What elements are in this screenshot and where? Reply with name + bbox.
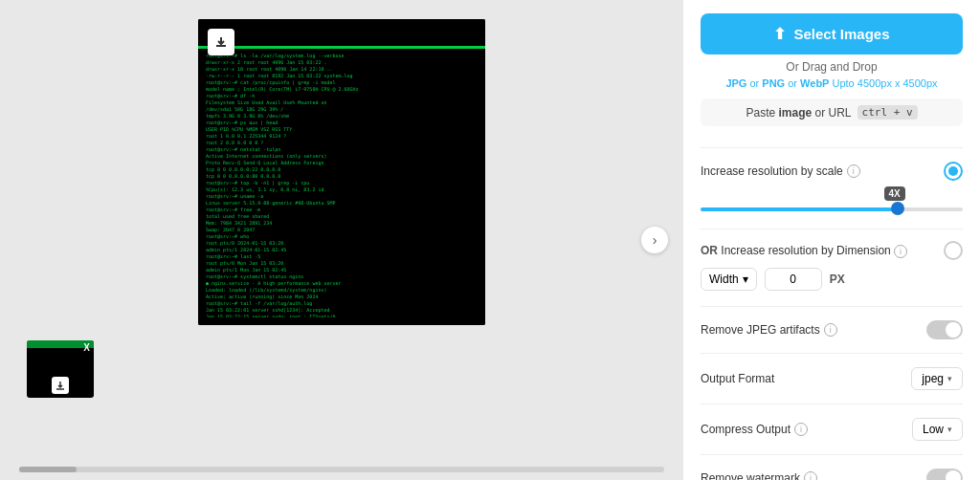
terminal-line: root@srv:~# systemctl status nginx <box>206 273 478 280</box>
terminal-image: root@srv:~# ls -la /var/log/system.log -… <box>198 19 485 325</box>
terminal-line: root@srv:~# ls -la /var/log/system.log -… <box>206 53 478 59</box>
compress-output-info-icon[interactable]: i <box>794 423 808 436</box>
remove-watermark-toggle[interactable] <box>926 469 963 480</box>
thumbnail-item[interactable]: X <box>27 340 94 398</box>
terminal-line: root@srv:~# uname -a <box>206 193 478 200</box>
terminal-line: Loaded: loaded (/lib/systemd/system/ngin… <box>206 287 478 294</box>
drag-drop-text: Or Drag and Drop <box>701 60 963 74</box>
terminal-line: Active: active (running) since Mon 2024 <box>206 294 478 300</box>
terminal-line: drwxr-xr-x 2 root root 4096 Jan 15 03:22… <box>206 59 478 66</box>
remove-jpeg-row: Remove JPEG artifacts i <box>701 315 963 345</box>
terminal-line: root@srv:~# free -m <box>206 207 478 213</box>
resolution-scale-label: Increase resolution by scale i <box>701 164 860 178</box>
next-arrow[interactable]: › <box>641 227 668 253</box>
terminal-line: %Cpu(s): 12.3 us, 3.1 sy, 0.0 ni, 83.2 i… <box>206 186 478 193</box>
width-input[interactable] <box>765 268 822 291</box>
terminal-line: Mem: 7984 3421 2891 234 <box>206 220 478 227</box>
terminal-line: drwxr-xr-x 18 root root 4096 Jan 14 22:1… <box>206 66 478 73</box>
compress-output-row: Compress Output i Low ▾ <box>701 412 963 447</box>
dimension-input-row: Width ▾ PX <box>701 264 963 298</box>
file-types-text: JPG or PNG or WebP Upto 4500px x 4500px <box>701 77 963 89</box>
right-panel: ⬆ Select Images Or Drag and Drop JPG or … <box>683 0 980 480</box>
terminal-line: root@srv:~# ps aux | head <box>206 120 478 126</box>
terminal-line: root pts/0 Mon Jan 15 03:20 <box>206 260 478 267</box>
divider-3 <box>701 306 963 307</box>
thumbnail-download-icon <box>56 381 65 390</box>
terminal-line: root@srv:~# netstat -tulpn <box>206 146 478 153</box>
terminal-line: tcp 0 0 0.0.0.0:22 0.0.0.0 <box>206 166 478 173</box>
file-type-png: PNG <box>762 77 785 89</box>
download-icon <box>214 35 228 49</box>
remove-jpeg-toggle[interactable] <box>926 320 963 339</box>
resolution-scale-info-icon[interactable]: i <box>847 164 860 178</box>
terminal-line: tcp 0 0 0.0.0.0:80 0.0.0.0 <box>206 173 478 180</box>
output-format-label: Output Format <box>701 372 774 385</box>
terminal-line: model name : Intel(R) Core(TM) i7-9750H … <box>206 86 478 93</box>
upload-icon: ⬆ <box>773 25 786 43</box>
terminal-line: admin pts/1 Mon Jan 15 02:45 <box>206 267 478 273</box>
thumbnail-strip: X <box>19 337 664 402</box>
terminal-header-line <box>198 46 485 49</box>
select-images-label: Select Images <box>793 26 889 42</box>
terminal-text-area: root@srv:~# ls -la /var/log/system.log -… <box>206 53 478 317</box>
remove-jpeg-info-icon[interactable]: i <box>824 323 837 337</box>
scroll-bar[interactable] <box>19 467 664 472</box>
output-format-value: jpeg <box>922 372 944 385</box>
slider-track[interactable] <box>701 207 963 211</box>
output-format-chevron-icon: ▾ <box>947 374 952 383</box>
terminal-line: Linux server 5.15.0-88-generic #98-Ubunt… <box>206 200 478 207</box>
compress-value: Low <box>923 423 944 436</box>
remove-watermark-label: Remove watermark i <box>701 471 817 480</box>
terminal-line: ● nginx.service - A high performance web… <box>206 280 478 287</box>
terminal-line: Swap: 2047 0 2047 <box>206 227 478 233</box>
output-format-select[interactable]: jpeg ▾ <box>911 367 963 390</box>
divider-4 <box>701 353 963 354</box>
thumbnail-download-button[interactable] <box>52 377 69 394</box>
terminal-line: Jan 15 03:22:01 server sshd[1234]: Accep… <box>206 307 478 314</box>
terminal-line: Active Internet connections (only server… <box>206 153 478 160</box>
slider-thumb[interactable] <box>891 202 904 215</box>
remove-watermark-info-icon[interactable]: i <box>804 471 817 480</box>
terminal-line: /dev/sda1 50G 18G 29G 39% / <box>206 106 478 113</box>
scroll-thumb <box>19 467 77 472</box>
terminal-line: root@srv:~# last -5 <box>206 253 478 260</box>
width-chevron-icon: ▾ <box>743 273 748 286</box>
terminal-line: root pts/0 2024-01-15 03:20 <box>206 240 478 247</box>
compress-chevron-icon: ▾ <box>947 425 952 434</box>
paste-shortcut: ctrl + v <box>858 105 918 120</box>
paste-row: Paste image or URL ctrl + v <box>701 98 963 126</box>
terminal-line: root@srv:~# cat /proc/cpuinfo | grep -i … <box>206 79 478 86</box>
output-format-row: Output Format jpeg ▾ <box>701 361 963 396</box>
download-badge[interactable] <box>208 29 234 55</box>
terminal-line: USER PID %CPU %MEM VSZ RSS TTY <box>206 126 478 133</box>
resolution-scale-radio[interactable] <box>944 162 963 181</box>
terminal-line: total used free shared <box>206 213 478 220</box>
dimension-info-icon[interactable]: i <box>894 245 907 258</box>
divider-5 <box>701 404 963 404</box>
dimension-option-row: OR Increase resolution by Dimension i <box>701 237 963 264</box>
compress-output-select[interactable]: Low ▾ <box>912 418 963 441</box>
terminal-line: root 1 0.0 0.1 225344 9124 ? <box>206 133 478 140</box>
terminal-line: root 2 0.0 0.0 0 0 ? <box>206 140 478 146</box>
divider-2 <box>701 229 963 229</box>
terminal-line: admin pts/1 2024-01-15 02:45 <box>206 247 478 253</box>
terminal-line: Filesystem Size Used Avail Use% Mounted … <box>206 99 478 106</box>
thumbnail-close-button[interactable]: X <box>83 342 90 353</box>
terminal-line: Jan 15 03:22:15 server sudo: root : TTY=… <box>206 314 478 317</box>
terminal-line: -rw-r--r-- 1 root root 8192 Jan 15 03:22… <box>206 73 478 79</box>
slider-badge: 4X <box>884 186 905 201</box>
remove-jpeg-label: Remove JPEG artifacts i <box>701 323 837 337</box>
width-label: Width <box>709 273 739 286</box>
resolution-scale-row: Increase resolution by scale i <box>701 156 963 186</box>
select-images-button[interactable]: ⬆ Select Images <box>701 13 963 55</box>
terminal-line: root@srv:~# tail -f /var/log/auth.log <box>206 300 478 307</box>
paste-text: Paste image or URL <box>746 106 851 120</box>
terminal-line: root@srv:~# who <box>206 233 478 240</box>
main-image-container: root@srv:~# ls -la /var/log/system.log -… <box>198 19 485 325</box>
width-select[interactable]: Width ▾ <box>701 268 757 291</box>
dimension-radio[interactable] <box>944 241 963 260</box>
terminal-line: root@srv:~# df -h <box>206 93 478 99</box>
compress-output-label: Compress Output i <box>701 423 808 436</box>
file-type-webp: WebP <box>800 77 829 89</box>
divider-1 <box>701 147 963 148</box>
